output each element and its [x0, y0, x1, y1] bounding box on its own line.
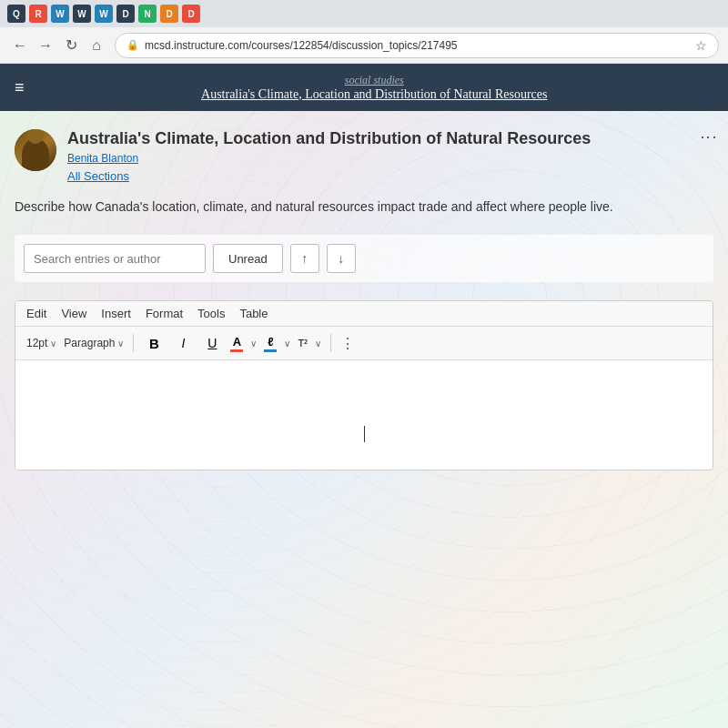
toolbar-divider-1	[133, 334, 134, 352]
tab-icon-q[interactable]: Q	[7, 5, 25, 23]
highlight-color-bar	[264, 349, 277, 352]
tab-icon-d2[interactable]: D	[160, 5, 178, 23]
font-color-chevron[interactable]: ∨	[250, 339, 257, 349]
sort-down-icon: ↓	[338, 251, 344, 266]
nav-center: social studies Australia's Climate, Loca…	[35, 74, 713, 102]
lock-icon: 🔒	[126, 39, 139, 51]
sort-down-button[interactable]: ↓	[327, 244, 356, 273]
menu-tools[interactable]: Tools	[197, 307, 225, 320]
menu-edit[interactable]: Edit	[26, 307, 46, 320]
canvas-nav: ≡ social studies Australia's Climate, Lo…	[0, 64, 728, 111]
toolbar-more-button[interactable]: ⋮	[340, 335, 357, 352]
nav-buttons: ← → ↻ ⌂	[9, 35, 107, 56]
browser-bar: ← → ↻ ⌂ 🔒 mcsd.instructure.com/courses/1…	[0, 27, 728, 64]
sort-up-button[interactable]: ↑	[290, 244, 319, 273]
sort-up-icon: ↑	[301, 251, 308, 266]
menu-table[interactable]: Table	[239, 307, 268, 320]
forward-button[interactable]: →	[35, 35, 56, 56]
tab-icon-w3[interactable]: W	[95, 5, 113, 23]
sections-link[interactable]: All Sections	[67, 169, 129, 183]
superscript-chevron[interactable]: ∨	[315, 339, 321, 349]
hamburger-menu[interactable]: ≡	[15, 78, 25, 97]
paragraph-label: Paragraph	[64, 337, 115, 349]
italic-button[interactable]: I	[172, 332, 194, 354]
tab-icon-n[interactable]: N	[138, 5, 157, 23]
tab-icon-w2[interactable]: W	[73, 5, 91, 23]
unread-button[interactable]: Unread	[213, 244, 283, 273]
discussion-title: Australia's Climate, Location and Distri…	[67, 129, 686, 148]
tab-icon-d1[interactable]: D	[116, 5, 135, 23]
address-bar[interactable]: 🔒 mcsd.instructure.com/courses/122854/di…	[115, 33, 719, 58]
bold-button[interactable]: B	[143, 332, 165, 354]
font-size-label: 12pt	[26, 337, 47, 349]
highlight-button[interactable]: ℓ	[264, 335, 277, 352]
tab-icon-d3[interactable]: D	[182, 5, 200, 23]
font-size-chevron: ∨	[50, 339, 56, 349]
course-title-nav[interactable]: Australia's Climate, Location and Distri…	[35, 87, 713, 102]
home-button[interactable]: ⌂	[86, 35, 107, 56]
font-color-button[interactable]: A	[230, 335, 243, 352]
tab-icons: Q R W W W D N D D	[7, 0, 200, 27]
toolbar-divider-2	[330, 334, 331, 352]
paragraph-select[interactable]: Paragraph ∨	[64, 337, 124, 349]
refresh-button[interactable]: ↻	[60, 35, 82, 56]
main-content: ⋮ Australia's Climate, Location and Dist…	[0, 111, 728, 728]
editor-menu-bar: Edit View Insert Format Tools Table	[15, 301, 713, 327]
search-area: Unread ↑ ↓	[15, 235, 713, 282]
menu-insert[interactable]: Insert	[101, 307, 131, 320]
star-icon[interactable]: ☆	[695, 38, 707, 53]
menu-view[interactable]: View	[61, 307, 86, 320]
rich-text-editor: Edit View Insert Format Tools Table 12pt…	[15, 300, 713, 470]
discussion-description: Describe how Canada's location, climate,…	[15, 197, 713, 217]
avatar-silhouette	[22, 138, 49, 171]
highlight-chevron[interactable]: ∨	[284, 339, 290, 349]
superscript-button[interactable]: T²	[298, 338, 307, 349]
context-menu-dots[interactable]: ⋮	[699, 129, 719, 147]
avatar	[15, 129, 56, 171]
font-size-select[interactable]: 12pt ∨	[26, 337, 56, 349]
font-color-label: A	[233, 335, 241, 349]
menu-format[interactable]: Format	[146, 307, 183, 320]
course-subtitle: social studies	[35, 74, 713, 87]
tab-icon-r[interactable]: R	[29, 5, 47, 23]
tab-icon-w1[interactable]: W	[51, 5, 69, 23]
back-button[interactable]: ←	[9, 35, 31, 56]
paragraph-chevron: ∨	[117, 339, 124, 349]
search-input[interactable]	[24, 244, 206, 273]
font-color-bar	[230, 349, 243, 352]
author-link[interactable]: Benita Blanton	[67, 152, 686, 165]
highlight-label: ℓ	[268, 335, 273, 349]
discussion-header: Australia's Climate, Location and Distri…	[15, 129, 713, 183]
text-cursor	[364, 426, 365, 442]
editor-body[interactable]	[15, 360, 713, 470]
discussion-info: Australia's Climate, Location and Distri…	[67, 129, 686, 183]
content-inner: ⋮ Australia's Climate, Location and Dist…	[0, 111, 728, 489]
underline-button[interactable]: U	[201, 332, 223, 354]
address-text: mcsd.instructure.com/courses/122854/disc…	[145, 39, 458, 52]
avatar-image	[15, 129, 56, 171]
browser-tab-bar: Q R W W W D N D D	[0, 0, 728, 27]
editor-toolbar: 12pt ∨ Paragraph ∨ B I U A ∨ ℓ	[15, 327, 713, 360]
